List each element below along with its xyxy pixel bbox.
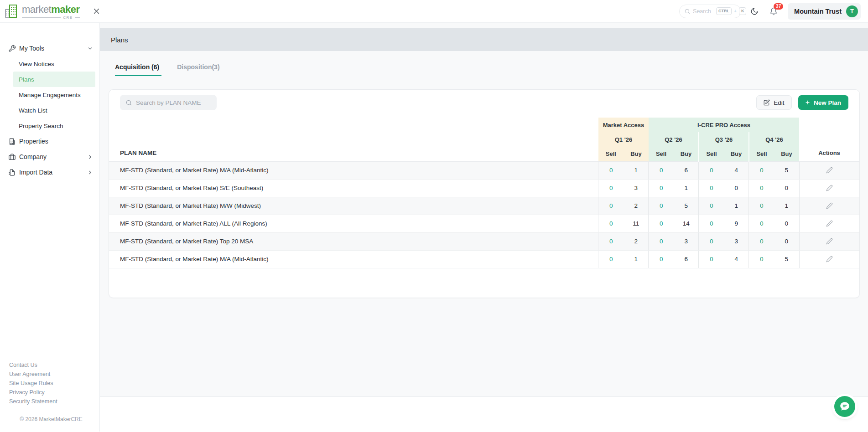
copyright: © 2026 MarketMakerCRE (9, 416, 93, 422)
close-sidebar-button[interactable] (93, 7, 100, 15)
q3-buy-value: 3 (724, 232, 749, 250)
q2-sell-value: 0 (649, 250, 674, 268)
q4-sell-value: 0 (749, 197, 774, 215)
link-security-statement[interactable]: Security Statement (9, 397, 93, 406)
global-search-input[interactable] (693, 8, 714, 15)
subheader-buy: Buy (724, 147, 749, 161)
building-icon (8, 138, 16, 145)
subheader-buy: Buy (774, 147, 799, 161)
tab-acquisition[interactable]: Acquisition (6) (115, 63, 161, 76)
actions-cell (799, 179, 859, 197)
link-privacy-policy[interactable]: Privacy Policy (9, 388, 93, 397)
kbd-k: K (739, 7, 747, 15)
actions-cell (799, 197, 859, 215)
plan-tabs: Acquisition (6) Disposition(3) (115, 63, 868, 76)
q2-buy-value: 1 (674, 179, 699, 197)
sidebar-item-label: Properties (19, 138, 93, 145)
sidebar-item-import-data[interactable]: Import Data (0, 165, 99, 180)
edit-plan-button[interactable] (826, 185, 833, 191)
q4-sell-value: 0 (749, 161, 774, 179)
quarter-header-q2: Q2 '26 (649, 132, 699, 147)
footer-strip (100, 396, 868, 432)
q2-buy-value: 3 (674, 232, 699, 250)
avatar: T (846, 5, 858, 17)
edit-button[interactable]: Edit (756, 95, 791, 110)
moon-icon (750, 7, 759, 15)
q2-sell-value: 0 (649, 161, 674, 179)
q1-sell-value: 0 (598, 161, 624, 179)
plan-search[interactable] (120, 95, 217, 110)
subheader-sell: Sell (649, 147, 674, 161)
sidebar-item-view-notices[interactable]: View Notices (0, 56, 99, 72)
q1-buy-value: 3 (624, 179, 649, 197)
sidebar: My Tools View Notices Plans Manage Engag… (0, 23, 100, 432)
global-search[interactable]: CTRL + K (679, 5, 741, 18)
sidebar-item-manage-engagements[interactable]: Manage Engagements (0, 87, 99, 103)
pencil-icon (826, 256, 833, 262)
plus-icon: + (806, 99, 810, 106)
sidebar-item-label: Company (19, 153, 87, 160)
actions-cell (799, 161, 859, 179)
edit-plan-button[interactable] (826, 238, 833, 245)
plan-name-cell: MF-STD (Standard, or Market Rate) ALL (A… (109, 215, 598, 232)
sidebar-item-my-tools[interactable]: My Tools (0, 41, 99, 56)
subheader-buy: Buy (624, 147, 649, 161)
link-contact-us[interactable]: Contact Us (9, 360, 93, 370)
plan-name-cell: MF-STD (Standard, or Market Rate) Top 20… (109, 232, 598, 250)
edit-plan-button[interactable] (826, 220, 833, 227)
logo-maker-text: maker (51, 4, 79, 15)
subheader-sell: Sell (749, 147, 774, 161)
chevron-right-icon (87, 154, 93, 160)
sidebar-item-properties[interactable]: Properties (0, 134, 99, 149)
q2-buy-value: 5 (674, 197, 699, 215)
sidebar-item-watch-list[interactable]: Watch List (0, 103, 99, 118)
logo-cre-text: CRE (63, 16, 73, 20)
plans-table: PLAN NAME Market Access I-CRE PRO Access… (109, 118, 859, 268)
edit-plan-button[interactable] (826, 256, 833, 262)
chevron-down-icon (87, 46, 93, 51)
edit-plan-button[interactable] (826, 167, 833, 174)
actions-cell (799, 215, 859, 232)
account-menu[interactable]: Mountain Trust T (788, 3, 861, 20)
pencil-icon (826, 238, 833, 245)
chat-bubble-icon (839, 401, 851, 412)
q1-sell-value: 0 (598, 250, 624, 268)
link-user-agreement[interactable]: User Agreement (9, 370, 93, 379)
q1-buy-value: 2 (624, 197, 649, 215)
sidebar-item-label: View Notices (19, 61, 54, 67)
sidebar-item-label: Watch List (19, 107, 47, 114)
q3-buy-value: 1 (724, 197, 749, 215)
sidebar-item-property-search[interactable]: Property Search (0, 118, 99, 134)
sidebar-item-company[interactable]: Company (0, 149, 99, 165)
edit-plan-button[interactable] (826, 202, 833, 209)
new-plan-button[interactable]: + New Plan (798, 95, 848, 110)
dark-mode-toggle[interactable] (750, 7, 759, 15)
q2-buy-value: 14 (674, 215, 699, 232)
pencil-icon (826, 202, 833, 209)
q4-buy-value: 0 (774, 232, 799, 250)
tab-disposition[interactable]: Disposition(3) (177, 63, 222, 76)
q4-buy-value: 5 (774, 250, 799, 268)
chat-button[interactable] (834, 396, 855, 417)
q3-sell-value: 0 (699, 179, 724, 197)
plan-name-cell: MF-STD (Standard, or Market Rate) M/A (M… (109, 161, 598, 179)
link-site-usage-rules[interactable]: Site Usage Rules (9, 379, 93, 388)
pencil-icon (826, 185, 833, 191)
table-row: MF-STD (Standard, or Market Rate) M/A (M… (109, 161, 859, 179)
brand-logo[interactable]: marketmaker CRE (5, 3, 80, 20)
chevron-right-icon (87, 170, 93, 175)
search-icon (125, 99, 132, 106)
q2-sell-value: 0 (649, 232, 674, 250)
sidebar-item-label: Property Search (19, 123, 63, 129)
close-icon (93, 7, 100, 15)
q3-buy-value: 4 (724, 161, 749, 179)
pencil-icon (826, 220, 833, 227)
plan-search-input[interactable] (136, 99, 217, 106)
q1-sell-value: 0 (598, 215, 624, 232)
q1-sell-value: 0 (598, 232, 624, 250)
q3-sell-value: 0 (699, 232, 724, 250)
topbar: marketmaker CRE CTRL + K 37 Mountain Tru… (0, 0, 868, 23)
table-row: MF-STD (Standard, or Market Rate) M/W (M… (109, 197, 859, 215)
q4-sell-value: 0 (749, 250, 774, 268)
sidebar-item-plans[interactable]: Plans (13, 72, 95, 87)
